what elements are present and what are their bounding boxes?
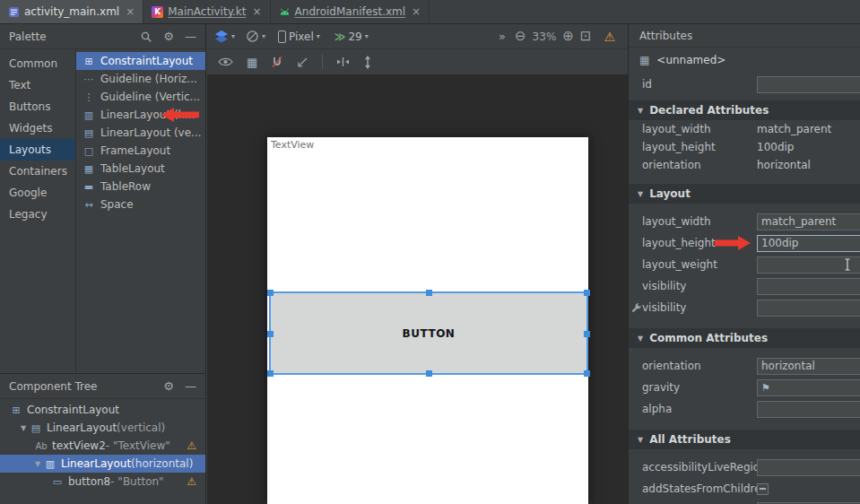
tree-item-linearlayout-horizontal[interactable]: ▼ ▥ LinearLayout (horizontal) [0,455,205,473]
tab-activity-main-xml[interactable]: activity_main.xml × [0,0,143,23]
visibility-field[interactable] [757,278,860,295]
selection-handle[interactable] [426,290,432,296]
minimize-icon[interactable]: — [185,380,196,392]
pack-horizontally-icon[interactable] [336,56,350,67]
palette-item-tablerow[interactable]: ▬ TableRow [76,178,205,196]
default-margins-icon[interactable] [297,56,308,68]
selection-handle[interactable] [584,331,590,337]
design-canvas[interactable]: TextView BUTTON [207,74,628,504]
close-tab-icon[interactable]: × [126,5,135,18]
tools-visibility-field[interactable] [757,300,860,317]
search-icon[interactable] [140,30,152,43]
palette-category-buttons[interactable]: Buttons [0,96,75,117]
alpha-field[interactable] [757,401,860,418]
palette-category-containers[interactable]: Containers [0,161,75,182]
tree-item-linearlayout-vertical[interactable]: ▼ ▤ LinearLayout (vertical) [0,419,205,437]
palette-item-linearlayout-vertical[interactable]: ▤ LinearLayout (ve... [76,124,205,142]
section-collapse-icon[interactable]: ▼ [638,107,643,115]
tree-item-constraintlayout[interactable]: ⊞ ConstraintLayout [0,401,205,419]
attribute-value[interactable]: horizontal [757,159,811,171]
tree-item-label: button8 [68,475,110,488]
section-layout[interactable]: ▼ Layout [629,184,860,204]
addstatesfromchildren-checkbox[interactable] [757,483,769,495]
space-icon: ↔ [82,199,96,211]
warnings-errors-icon[interactable]: ⚠ [604,30,615,44]
attribute-value[interactable]: 100dip [757,141,794,153]
tab-mainactivity-kt[interactable]: K MainActivity.kt × [143,0,270,23]
device-artboard[interactable]: TextView BUTTON [267,137,588,504]
section-common-attributes[interactable]: ▼ Common Attributes [629,328,860,348]
palette-item-constraintlayout[interactable]: ⊞ ConstraintLayout [76,52,205,70]
id-field[interactable] [757,76,860,93]
selection-handle[interactable] [584,370,590,377]
selection-handle[interactable] [267,331,274,337]
zoom-to-fit-icon[interactable]: ⊡ [580,30,592,43]
palette-category-legacy[interactable]: Legacy [0,204,75,225]
palette-component-list: ⊞ ConstraintLayout ⋯ Guideline (Horiz...… [76,49,205,372]
attribute-row-alpha: alpha [629,500,860,504]
palette-category-widgets[interactable]: Widgets [0,117,75,139]
tree-item-textview2[interactable]: Ab textView2 - "TextView" ⚠ [0,437,205,455]
accessibilityliveregion-field[interactable] [757,459,860,476]
tree-item-button8[interactable]: ▭ button8 - "Button" ⚠ [0,473,205,491]
attribute-label: gravity [642,381,757,394]
selection-handle[interactable] [267,290,274,296]
toolbar-overflow-icon[interactable]: » [499,30,506,43]
device-selector[interactable]: Pixel ▾ [278,30,320,43]
section-collapse-icon[interactable]: ▼ [638,436,643,444]
palette-item-guideline-horizontal[interactable]: ⋯ Guideline (Horiz... [76,70,205,88]
autoconnect-off-magnet-icon[interactable] [271,56,283,68]
section-collapse-icon[interactable]: ▼ [638,335,643,343]
attribute-row-tools-visibility: visibility [629,297,860,318]
selection-handle[interactable] [267,370,274,377]
palette-item-framelayout[interactable]: □ FrameLayout [76,142,205,160]
design-toolbar-secondary: ▦ [207,49,628,74]
canvas-button[interactable]: BUTTON [403,327,456,340]
attribute-row-orientation: orientation horizontal [629,156,860,174]
palette-category-text[interactable]: Text [0,74,75,96]
api-level-selector[interactable]: ≫ 29 ▾ [334,30,369,43]
attribute-row-visibility: visibility [629,275,860,297]
selected-linearlayout-horizontal[interactable]: BUTTON [269,291,588,375]
zoom-in-icon[interactable]: ⊕ [562,30,574,43]
palette-category-common[interactable]: Common [0,53,75,74]
tab-label: AndroidManifest.xml [295,5,406,18]
chevron-expanded-icon[interactable]: ▼ [18,424,29,432]
gravity-field[interactable]: ⚑ [757,379,860,396]
attribute-row-alpha: alpha [629,398,860,420]
palette-category-google[interactable]: Google [0,182,75,204]
blueprint-grid-icon[interactable]: ▦ [247,56,257,69]
zoom-out-icon[interactable]: ⊖ [515,30,526,43]
section-collapse-icon[interactable]: ▼ [638,190,643,198]
layout-height-field[interactable] [757,235,860,252]
orientation-field[interactable] [757,358,860,375]
annotation-arrow-palette [161,107,199,123]
palette-category-layouts[interactable]: Layouts [0,139,75,161]
selection-handle[interactable] [584,290,590,296]
warning-icon[interactable]: ⚠ [187,475,196,488]
palette-item-space[interactable]: ↔ Space [76,196,205,213]
linearlayout-horizontal-icon: ▥ [43,458,57,470]
palette-item-tablelayout[interactable]: ▦ TableLayout [76,160,205,178]
palette-item-guideline-vertical[interactable]: ⋮ Guideline (Vertic... [76,88,205,106]
warning-icon[interactable]: ⚠ [187,439,196,452]
close-tab-icon[interactable]: × [412,5,421,18]
view-options-eye-icon[interactable] [218,56,233,67]
canvas-textview[interactable]: TextView [271,139,314,151]
attribute-value[interactable]: match_parent [757,123,831,135]
tab-androidmanifest-xml[interactable]: AndroidManifest.xml × [271,0,430,23]
minimize-icon[interactable]: — [185,30,196,42]
section-declared-attributes[interactable]: ▼ Declared Attributes [629,100,860,120]
chevron-expanded-icon[interactable]: ▼ [32,460,43,468]
gear-icon[interactable]: ⚙ [163,380,174,392]
close-tab-icon[interactable]: × [253,5,262,18]
section-all-attributes[interactable]: ▼ All Attributes [629,430,860,449]
textview-icon: Ab [34,441,48,451]
attribute-row-layout-width: layout_width [629,211,860,232]
theme-selector[interactable]: ▾ [246,30,265,43]
gear-icon[interactable]: ⚙ [163,30,174,42]
layout-width-field[interactable] [757,213,860,230]
design-surface-selector[interactable]: ▾ [214,30,235,43]
selection-handle[interactable] [426,370,432,377]
expand-vertically-icon[interactable] [363,56,372,69]
